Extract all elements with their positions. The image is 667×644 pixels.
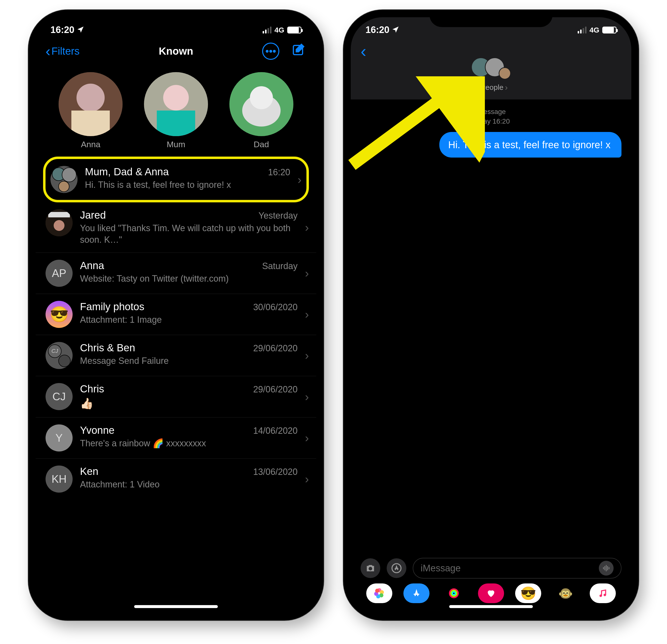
pinned-contact-anna[interactable]: Anna xyxy=(59,72,123,149)
chevron-right-icon: › xyxy=(305,472,309,486)
home-indicator[interactable] xyxy=(134,605,218,608)
group-avatar-header[interactable] xyxy=(351,58,631,80)
message-placeholder: iMessage xyxy=(421,563,461,574)
input-bar: iMessage xyxy=(351,558,631,579)
camera-button[interactable] xyxy=(361,558,380,578)
digital-touch-app-icon[interactable] xyxy=(478,583,504,603)
conversation-row[interactable]: Y Yvonne14/06/2020 There's a rainbow 🌈 x… xyxy=(36,418,316,458)
pinned-name: Mum xyxy=(144,140,208,149)
group-title-button[interactable]: 3 People › xyxy=(351,82,631,92)
svg-point-29 xyxy=(604,594,606,596)
conversation-name: Yvonne xyxy=(80,424,114,436)
filters-label: Filters xyxy=(51,45,80,57)
location-icon xyxy=(392,25,399,35)
navbar: ‹ Filters Known ••• xyxy=(36,35,316,62)
conversation-time: 30/06/2020 xyxy=(253,302,297,312)
contact-avatar: AP xyxy=(46,260,72,287)
svg-rect-15 xyxy=(604,566,605,570)
svg-point-24 xyxy=(375,589,379,593)
group-avatar: CJ xyxy=(46,342,72,369)
conversation-preview: Hi. This is a test, feel free to ignore!… xyxy=(85,179,290,191)
status-time: 16:20 xyxy=(50,25,74,35)
highlight-annotation: Mum, Dad & Anna 16:20 Hi. This is a test… xyxy=(43,157,309,203)
conversation-time: 16:20 xyxy=(268,167,290,177)
memoji-app-icon[interactable]: 😎 xyxy=(515,583,541,603)
pinned-name: Dad xyxy=(229,140,293,149)
chevron-right-icon: › xyxy=(305,307,309,321)
signal-icon xyxy=(577,27,586,33)
location-icon xyxy=(77,25,84,35)
app-drawer[interactable]: 😎 🐵 xyxy=(351,583,631,603)
svg-rect-16 xyxy=(606,565,607,571)
svg-point-5 xyxy=(163,85,189,111)
app-store-app-icon[interactable] xyxy=(403,583,429,603)
chevron-right-icon: › xyxy=(305,390,309,403)
conversation-preview: There's a rainbow 🌈 xxxxxxxxx xyxy=(80,438,297,449)
app-store-icon xyxy=(391,563,402,574)
chevron-right-icon: › xyxy=(297,173,302,186)
voice-message-button[interactable] xyxy=(599,561,614,576)
group-label: 3 People xyxy=(474,83,503,92)
conversation-row[interactable]: JaredYesterday You liked "Thanks Tim. We… xyxy=(36,203,316,253)
conversation-preview: Website: Tasty on Twitter (twitter.com) xyxy=(80,273,297,285)
compose-icon xyxy=(292,43,306,57)
conversation-preview: Message Send Failure xyxy=(80,355,297,367)
conversation-preview: 👍🏻 xyxy=(80,396,297,410)
fitness-app-icon[interactable] xyxy=(441,583,467,603)
svg-point-12 xyxy=(369,567,372,570)
back-button[interactable]: ‹ xyxy=(361,43,366,60)
filters-back-button[interactable]: ‹ Filters xyxy=(46,44,80,59)
contact-avatar xyxy=(46,209,72,236)
pinned-name: Anna xyxy=(59,140,123,149)
conversation-time: 13/06/2020 xyxy=(253,467,297,477)
photos-app-icon[interactable] xyxy=(366,583,392,603)
svg-point-8 xyxy=(250,86,273,109)
conversation-row[interactable]: CJ Chris29/06/2020 👍🏻 › xyxy=(36,376,316,418)
contact-avatar: Y xyxy=(46,424,72,451)
network-label: 4G xyxy=(589,26,599,34)
compose-button[interactable] xyxy=(292,43,306,58)
conversation-list[interactable]: Mum, Dad & Anna 16:20 Hi. This is a test… xyxy=(36,157,316,499)
svg-rect-3 xyxy=(71,111,110,136)
ellipsis-icon: ••• xyxy=(265,45,276,57)
chevron-right-icon: › xyxy=(505,82,508,92)
pinned-row: Anna Mum Dad xyxy=(36,62,316,157)
conversation-name: Chris & Ben xyxy=(80,342,135,354)
svg-point-11 xyxy=(54,220,64,231)
more-button[interactable]: ••• xyxy=(262,43,279,60)
svg-rect-17 xyxy=(607,566,608,570)
app-store-button[interactable] xyxy=(387,558,406,578)
conversation-name: Jared xyxy=(80,209,106,221)
home-indicator[interactable] xyxy=(449,605,533,608)
message-input[interactable]: iMessage xyxy=(413,558,621,579)
message-timestamp: iMessage Today 16:20 xyxy=(351,107,631,126)
conversation-row[interactable]: 😎 Family photos30/06/2020 Attachment: 1 … xyxy=(36,294,316,335)
contact-avatar: CJ xyxy=(46,383,72,410)
svg-point-28 xyxy=(600,595,602,597)
pinned-contact-dad[interactable]: Dad xyxy=(229,72,293,149)
conversation-preview: Attachment: 1 Image xyxy=(80,314,297,326)
conversation-row[interactable]: Mum, Dad & Anna 16:20 Hi. This is a test… xyxy=(46,159,306,200)
conversation-row[interactable]: AP AnnaSaturday Website: Tasty on Twitte… xyxy=(36,253,316,294)
conversation-row[interactable]: KH Ken13/06/2020 Attachment: 1 Video › xyxy=(36,458,316,499)
status-time: 16:20 xyxy=(365,25,389,35)
conversation-row[interactable]: CJ Chris & Ben29/06/2020 Message Send Fa… xyxy=(36,335,316,376)
sent-message-bubble[interactable]: Hi. This is a test, feel free to ignore!… xyxy=(439,132,621,158)
animoji-app-icon[interactable]: 🐵 xyxy=(553,583,579,603)
conversation-preview: Attachment: 1 Video xyxy=(80,479,297,490)
svg-rect-14 xyxy=(603,567,604,569)
network-label: 4G xyxy=(274,26,284,34)
conversation-preview: You liked "Thanks Tim. We will catch up … xyxy=(80,223,297,246)
conversation-time: Yesterday xyxy=(258,210,297,221)
camera-icon xyxy=(365,563,376,574)
phone-left: 16:20 4G ‹ Filters Known ••• xyxy=(28,10,324,621)
battery-icon xyxy=(602,27,617,33)
svg-rect-18 xyxy=(609,567,609,569)
svg-point-2 xyxy=(77,84,104,112)
pinned-contact-mum[interactable]: Mum xyxy=(144,72,208,149)
music-app-icon[interactable] xyxy=(590,583,616,603)
conversation-name: Chris xyxy=(80,383,104,395)
chevron-right-icon: › xyxy=(305,349,309,362)
screen-title: Known xyxy=(159,45,193,57)
conversation-time: 29/06/2020 xyxy=(253,343,297,354)
